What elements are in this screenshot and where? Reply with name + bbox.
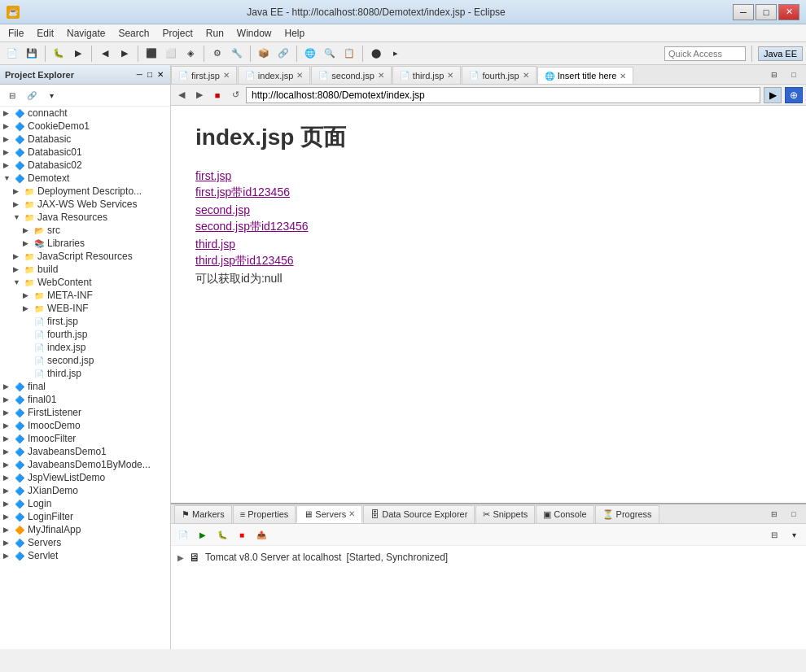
- back-button[interactable]: ◀: [174, 88, 189, 103]
- link-first-jsp[interactable]: first.jsp: [195, 169, 782, 182]
- tab-close-button[interactable]: ✕: [620, 72, 626, 81]
- expand-arrow[interactable]: ▼: [13, 213, 23, 221]
- link-second-jsp[interactable]: second.jsp: [195, 203, 782, 216]
- tab-third-jsp[interactable]: 📄 third.jsp ✕: [392, 66, 462, 84]
- toolbar-btn-f[interactable]: 📦: [255, 45, 273, 63]
- tab-first-jsp[interactable]: 📄 first.jsp ✕: [171, 66, 237, 84]
- tab-close-button[interactable]: ✕: [378, 71, 384, 80]
- list-item[interactable]: ▶ 📁 build: [0, 263, 170, 276]
- list-item[interactable]: ▶ 📄 first.jsp: [0, 315, 170, 328]
- quick-access-input[interactable]: [664, 46, 746, 61]
- link-second-jsp-id[interactable]: second.jsp带id123456: [195, 220, 782, 234]
- server-view-btn-b[interactable]: ▾: [785, 526, 803, 543]
- expand-arrow[interactable]: ▶: [23, 226, 33, 234]
- refresh-button[interactable]: ↺: [228, 88, 243, 103]
- expand-arrow[interactable]: ▶: [3, 395, 13, 404]
- minimize-button[interactable]: ─: [733, 4, 754, 20]
- expand-arrow[interactable]: ▶: [13, 252, 23, 260]
- sidebar-tree[interactable]: ▶ 🔷 connacht ▶ 🔷 CookieDemo1 ▶ 🔷 Databas…: [0, 107, 170, 649]
- expand-arrow[interactable]: ▶: [3, 434, 13, 443]
- expand-arrow[interactable]: ▶: [13, 187, 23, 195]
- list-item[interactable]: ▶ 📁 META-INF: [0, 289, 170, 302]
- toolbar-btn-d[interactable]: ⚙: [208, 45, 226, 63]
- bottom-maximize-button[interactable]: □: [785, 505, 803, 523]
- list-item[interactable]: ▶ 🔷 CookieDemo1: [0, 120, 170, 133]
- expand-arrow[interactable]: ▶: [3, 421, 13, 430]
- expand-arrow[interactable]: ▼: [3, 174, 13, 182]
- stop-button[interactable]: ■: [210, 88, 225, 103]
- menu-help[interactable]: Help: [280, 26, 310, 41]
- sidebar-maximize[interactable]: □: [146, 70, 154, 79]
- expand-arrow[interactable]: ▶: [3, 513, 13, 521]
- sidebar-menu-button[interactable]: ▾: [42, 86, 60, 104]
- expand-arrow[interactable]: ▶: [3, 539, 13, 547]
- start-server-button[interactable]: ▶: [194, 526, 212, 543]
- toolbar-btn-i[interactable]: 🔍: [321, 45, 339, 63]
- toolbar-btn-a[interactable]: ⬛: [142, 45, 160, 63]
- list-item[interactable]: ▶ 📂 src: [0, 224, 170, 237]
- list-item[interactable]: ▶ 📄 third.jsp: [0, 367, 170, 380]
- new-button[interactable]: 📄: [3, 45, 21, 63]
- list-item[interactable]: ▶ 🔷 final: [0, 380, 170, 393]
- tab-snippets[interactable]: ✂ Snippets: [475, 505, 535, 523]
- list-item[interactable]: ▶ 🔷 FirstListener: [0, 406, 170, 419]
- sidebar-close[interactable]: ✕: [156, 70, 165, 79]
- save-button[interactable]: 💾: [23, 45, 41, 63]
- list-item[interactable]: ▶ 🔷 LoginFilter: [0, 510, 170, 523]
- list-item[interactable]: ▼ 📁 WebContent: [0, 276, 170, 289]
- go-button[interactable]: ▶: [764, 87, 782, 103]
- new-server-button[interactable]: 📄: [174, 526, 192, 543]
- list-item[interactable]: ▶ 📁 Deployment Descripto...: [0, 185, 170, 198]
- list-item[interactable]: ▶ 🔷 Databasic01: [0, 146, 170, 159]
- tab-insert-title[interactable]: 🌐 Insert title here ✕: [537, 67, 634, 85]
- expand-arrow[interactable]: ▼: [13, 278, 23, 286]
- expand-arrow[interactable]: ▶: [13, 265, 23, 273]
- menu-file[interactable]: File: [3, 26, 28, 41]
- collapse-all-button[interactable]: ⊟: [3, 86, 21, 104]
- expand-arrow[interactable]: ▶: [3, 460, 13, 469]
- toolbar-btn-j[interactable]: 📋: [340, 45, 358, 63]
- tab-markers[interactable]: ⚑ Markers: [174, 505, 232, 523]
- run-button[interactable]: ▶: [69, 45, 87, 63]
- menu-window[interactable]: Window: [232, 26, 277, 41]
- list-item[interactable]: ▶ 🔷 Databasic: [0, 133, 170, 146]
- tab-second-jsp[interactable]: 📄 second.jsp ✕: [311, 66, 392, 84]
- stop-server-button[interactable]: ■: [233, 526, 251, 543]
- bottom-minimize-button[interactable]: ⊟: [765, 505, 783, 523]
- server-view-btn-a[interactable]: ⊟: [765, 526, 783, 543]
- link-first-jsp-id[interactable]: first.jsp带id123456: [195, 185, 782, 200]
- list-item[interactable]: ▶ 📚 Libraries: [0, 237, 170, 250]
- list-item[interactable]: ▶ 🔷 JavabeansDemo1: [0, 445, 170, 458]
- tab-close-button[interactable]: ✕: [296, 71, 303, 80]
- list-item[interactable]: ▶ 📁 WEB-INF: [0, 302, 170, 315]
- expand-arrow[interactable]: ▶: [23, 304, 33, 312]
- tab-servers[interactable]: 🖥 Servers ✕: [296, 505, 362, 523]
- menu-search[interactable]: Search: [113, 26, 154, 41]
- expand-arrow[interactable]: ▶: [3, 500, 13, 508]
- list-item[interactable]: ▶ 📄 index.jsp: [0, 341, 170, 354]
- server-row[interactable]: ▶ 🖥 Tomcat v8.0 Server at localhost [Sta…: [174, 549, 803, 565]
- maximize-editor-button[interactable]: □: [785, 66, 803, 84]
- tab-data-source[interactable]: 🗄 Data Source Explorer: [363, 505, 475, 523]
- maximize-button[interactable]: □: [756, 4, 777, 20]
- sidebar-minimize[interactable]: ─: [135, 70, 144, 79]
- tab-progress[interactable]: ⏳ Progress: [595, 505, 659, 523]
- perspective-button[interactable]: Java EE: [758, 46, 803, 61]
- list-item[interactable]: ▶ 📁 JAX-WS Web Services: [0, 198, 170, 211]
- server-expand-arrow[interactable]: ▶: [177, 553, 184, 562]
- next-button[interactable]: ▶: [116, 45, 134, 63]
- list-item[interactable]: ▶ 🔷 Servers: [0, 536, 170, 549]
- debug-button[interactable]: 🐛: [50, 45, 68, 63]
- expand-arrow[interactable]: ▶: [23, 291, 33, 299]
- menu-edit[interactable]: Edit: [32, 26, 59, 41]
- list-item[interactable]: ▶ 🔷 ImoocFilter: [0, 432, 170, 445]
- expand-arrow[interactable]: ▶: [3, 122, 13, 130]
- tab-close-button[interactable]: ✕: [223, 71, 230, 80]
- toolbar-btn-l[interactable]: ▸: [387, 45, 405, 63]
- toolbar-btn-e[interactable]: 🔧: [228, 45, 246, 63]
- expand-arrow[interactable]: ▶: [3, 473, 13, 482]
- close-button[interactable]: ✕: [778, 4, 799, 20]
- expand-arrow[interactable]: ▶: [3, 526, 13, 534]
- tab-close-button[interactable]: ✕: [447, 71, 453, 80]
- tab-properties[interactable]: ≡ Properties: [233, 505, 296, 523]
